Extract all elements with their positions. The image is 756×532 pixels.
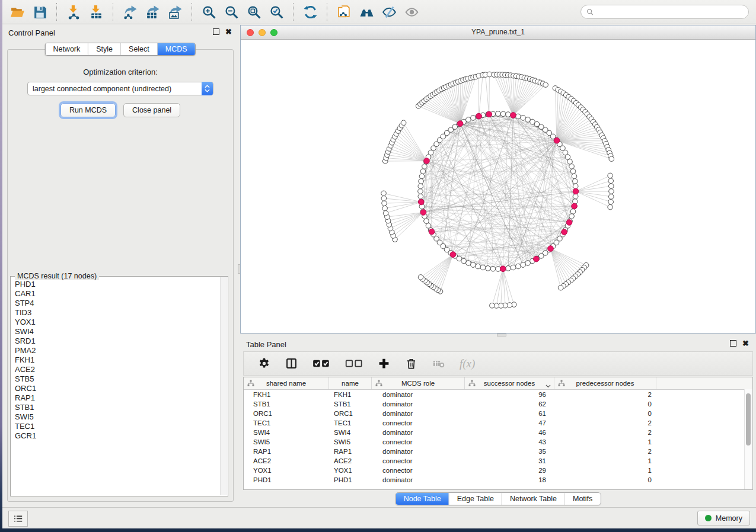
table-row[interactable]: FKH1FKH1dominator962 [244, 390, 752, 399]
control-panel-title: Control Panel [2, 25, 238, 37]
toolbar-separator [192, 3, 192, 21]
close-table-panel-icon[interactable]: ✖ [742, 340, 749, 347]
cell-name: ACE2 [329, 457, 372, 464]
cell-predecessor-nodes: 1 [554, 467, 656, 474]
column-header-successor-nodes[interactable]: successor nodes [465, 377, 554, 389]
table-row[interactable]: SWI5SWI5connector431 [244, 437, 752, 447]
search-box[interactable] [580, 5, 749, 19]
table-scrollbar-thumb[interactable] [746, 393, 751, 446]
tab-edge-table[interactable]: Edge Table [449, 493, 502, 505]
cell-shared-name: ACE2 [244, 457, 329, 464]
status-menu-button[interactable] [8, 511, 28, 527]
tab-motifs[interactable]: Motifs [565, 493, 600, 505]
cell-predecessor-nodes: 1 [554, 438, 656, 446]
select-all-rows-icon [312, 358, 330, 369]
cell-successor-nodes: 31 [465, 457, 554, 464]
mcds-list-scrollbar[interactable] [220, 277, 227, 495]
cell-successor-nodes: 29 [465, 467, 554, 474]
close-panel-button[interactable]: Close panel [123, 103, 180, 117]
cell-successor-nodes: 46 [465, 429, 554, 436]
table-row[interactable]: SWI4SWI4dominator462 [244, 428, 752, 437]
cell-successor-nodes: 47 [465, 419, 554, 427]
column-label: successor nodes [484, 380, 535, 387]
table-row[interactable]: STB1STB1dominator620 [244, 399, 752, 409]
split-view-icon [285, 357, 298, 370]
cell-shared-name: ORC1 [244, 410, 329, 417]
first-neighbors-button[interactable] [355, 2, 378, 22]
import-network-button[interactable] [62, 2, 85, 22]
split-view-button[interactable] [285, 357, 298, 370]
add-column-button[interactable] [378, 357, 390, 370]
close-panel-icon[interactable]: ✖ [225, 28, 232, 35]
criterion-select[interactable]: largest connected component (undirected) [27, 82, 213, 95]
cell-predecessor-nodes: 0 [554, 400, 656, 408]
mcds-result-item: TEC1 [15, 422, 227, 431]
table-tabs: Node TableEdge TableNetwork TableMotifs [395, 492, 601, 505]
select-all-rows-button[interactable] [312, 358, 330, 369]
zoom-fit-button[interactable] [243, 2, 265, 22]
zoom-in-button[interactable] [197, 2, 220, 22]
column-header-name[interactable]: name [329, 377, 372, 389]
new-network-from-selection-button[interactable] [333, 2, 355, 22]
table-row[interactable]: ORC1ORC1dominator610 [244, 409, 752, 418]
refresh-button[interactable] [299, 2, 321, 22]
network-window-titlebar: YPA_prune.txt_1 [241, 25, 755, 40]
cell-MCDS-role: connector [372, 457, 465, 464]
memory-button[interactable]: Memory [697, 511, 750, 525]
tab-node-table[interactable]: Node Table [396, 493, 449, 505]
float-panel-icon[interactable] [213, 28, 219, 35]
tab-style[interactable]: Style [88, 43, 121, 55]
network-canvas[interactable] [241, 40, 755, 333]
window-maximize-icon[interactable] [270, 29, 277, 36]
memory-status-icon [705, 515, 712, 521]
search-icon [586, 8, 594, 16]
mcds-result-item: ORC1 [15, 384, 227, 393]
zoom-selected-button[interactable] [265, 2, 288, 22]
export-image-button[interactable] [164, 2, 186, 22]
table-row[interactable]: YOX1YOX1connector291 [244, 466, 752, 475]
column-label: name [342, 380, 359, 387]
zoom-out-button[interactable] [220, 2, 243, 22]
table-row[interactable]: PHD1PHD1dominator180 [244, 475, 752, 485]
mcds-result-item: SWI5 [15, 412, 227, 422]
tab-mcds[interactable]: MCDS [158, 43, 195, 55]
tab-select[interactable]: Select [121, 43, 158, 55]
column-header-shared-name[interactable]: shared name [244, 377, 329, 389]
import-table-icon [89, 5, 104, 20]
table-scrollbar[interactable] [744, 389, 752, 489]
column-header-MCDS-role[interactable]: MCDS role [372, 377, 465, 389]
export-table-button[interactable] [141, 2, 164, 22]
network-view-frame: YPA_prune.txt_1 [240, 25, 756, 334]
open-file-button[interactable] [6, 2, 28, 22]
hide-selected-button[interactable] [378, 2, 400, 22]
cell-successor-nodes: 62 [465, 400, 554, 408]
show-all-button[interactable] [400, 2, 423, 22]
table-settings-button[interactable] [258, 357, 270, 370]
tab-network[interactable]: Network [45, 43, 88, 55]
memory-label: Memory [716, 514, 742, 523]
cell-MCDS-role: dominator [372, 400, 465, 408]
window-close-icon[interactable] [247, 29, 254, 36]
deselect-all-rows-button[interactable] [345, 358, 363, 369]
mcds-result-list[interactable]: PHD1CAR1STP4TID3YOX1SWI4SRD1PMA2FKH1ACE2… [11, 277, 227, 495]
deselect-all-rows-icon [345, 358, 363, 369]
delete-columns-button[interactable] [405, 357, 417, 370]
export-network-button[interactable] [119, 2, 141, 22]
export-network-icon [123, 5, 138, 20]
table-row[interactable]: RAP1RAP1dominator352 [244, 447, 752, 456]
cell-MCDS-role: dominator [372, 391, 465, 398]
table-row[interactable]: TEC1TEC1connector472 [244, 418, 752, 428]
window-minimize-icon[interactable] [259, 29, 266, 36]
save-session-button[interactable] [28, 2, 51, 22]
import-table-button[interactable] [85, 2, 107, 22]
tab-network-table[interactable]: Network Table [502, 493, 565, 505]
cell-successor-nodes: 61 [465, 410, 554, 417]
import-network-icon [66, 5, 81, 20]
search-input[interactable] [597, 6, 748, 18]
table-row[interactable]: ACE2ACE2connector311 [244, 456, 752, 466]
run-mcds-button[interactable]: Run MCDS [60, 103, 116, 117]
zoom-in-icon [202, 5, 216, 20]
column-header-predecessor-nodes[interactable]: predecessor nodes [554, 377, 656, 389]
table-header-row: shared namenameMCDS rolesuccessor nodesp… [244, 377, 752, 390]
float-table-panel-icon[interactable] [730, 340, 736, 347]
